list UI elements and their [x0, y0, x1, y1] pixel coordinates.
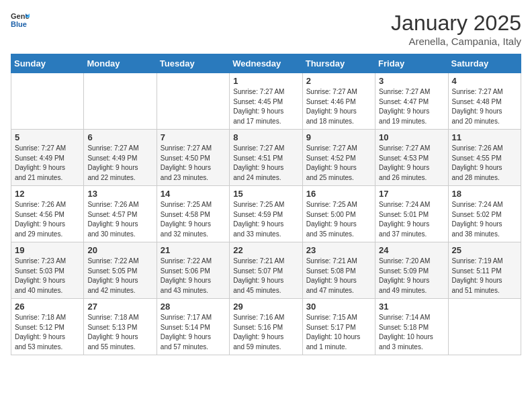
day-number: 10: [379, 132, 444, 142]
day-cell: 1Sunrise: 7:27 AM Sunset: 4:45 PM Daylig…: [230, 73, 302, 130]
day-cell: 7Sunrise: 7:27 AM Sunset: 4:50 PM Daylig…: [157, 130, 229, 186]
day-cell: 22Sunrise: 7:21 AM Sunset: 5:07 PM Dayli…: [230, 242, 302, 299]
day-info: Sunrise: 7:25 AM Sunset: 4:58 PM Dayligh…: [161, 200, 226, 239]
day-cell: 16Sunrise: 7:25 AM Sunset: 5:00 PM Dayli…: [302, 186, 375, 242]
day-info: Sunrise: 7:27 AM Sunset: 4:50 PM Dayligh…: [161, 144, 226, 183]
day-info: Sunrise: 7:26 AM Sunset: 4:55 PM Dayligh…: [452, 144, 517, 183]
day-number: 18: [452, 189, 517, 199]
weekday-header-sunday: Sunday: [11, 54, 84, 73]
day-number: 8: [233, 132, 298, 142]
day-number: 11: [452, 132, 517, 142]
day-info: Sunrise: 7:25 AM Sunset: 4:59 PM Dayligh…: [233, 200, 298, 239]
day-cell: 20Sunrise: 7:22 AM Sunset: 5:05 PM Dayli…: [84, 242, 157, 299]
logo: General Blue: [11, 11, 30, 30]
day-info: Sunrise: 7:18 AM Sunset: 5:12 PM Dayligh…: [15, 313, 80, 352]
day-info: Sunrise: 7:20 AM Sunset: 5:09 PM Dayligh…: [379, 257, 444, 295]
weekday-header-thursday: Thursday: [302, 54, 375, 73]
day-number: 9: [306, 132, 371, 142]
day-number: 31: [379, 302, 444, 312]
day-number: 28: [161, 302, 226, 312]
day-info: Sunrise: 7:27 AM Sunset: 4:46 PM Dayligh…: [306, 87, 371, 126]
day-number: 22: [233, 245, 298, 255]
day-info: Sunrise: 7:15 AM Sunset: 5:17 PM Dayligh…: [306, 313, 371, 352]
day-info: Sunrise: 7:27 AM Sunset: 4:49 PM Dayligh…: [15, 144, 80, 183]
day-number: 4: [452, 76, 517, 86]
day-number: 30: [306, 302, 371, 312]
day-cell: 10Sunrise: 7:27 AM Sunset: 4:53 PM Dayli…: [375, 130, 448, 186]
day-number: 21: [161, 245, 226, 255]
day-cell: 29Sunrise: 7:16 AM Sunset: 5:16 PM Dayli…: [230, 299, 302, 355]
weekday-header-row: SundayMondayTuesdayWednesdayThursdayFrid…: [11, 54, 521, 73]
day-info: Sunrise: 7:27 AM Sunset: 4:48 PM Dayligh…: [452, 87, 517, 126]
day-info: Sunrise: 7:14 AM Sunset: 5:18 PM Dayligh…: [379, 313, 444, 352]
weekday-header-monday: Monday: [84, 54, 157, 73]
day-cell: 19Sunrise: 7:23 AM Sunset: 5:03 PM Dayli…: [11, 242, 84, 299]
day-cell: 9Sunrise: 7:27 AM Sunset: 4:52 PM Daylig…: [302, 130, 375, 186]
day-cell: 18Sunrise: 7:24 AM Sunset: 5:02 PM Dayli…: [448, 186, 521, 242]
day-number: 14: [161, 189, 226, 199]
day-cell: 24Sunrise: 7:20 AM Sunset: 5:09 PM Dayli…: [375, 242, 448, 299]
week-row-5: 26Sunrise: 7:18 AM Sunset: 5:12 PM Dayli…: [11, 299, 521, 355]
day-number: 7: [161, 132, 226, 142]
day-info: Sunrise: 7:22 AM Sunset: 5:05 PM Dayligh…: [87, 257, 152, 295]
day-cell: 14Sunrise: 7:25 AM Sunset: 4:58 PM Dayli…: [157, 186, 229, 242]
month-title: January 2025: [391, 11, 521, 36]
day-info: Sunrise: 7:23 AM Sunset: 5:03 PM Dayligh…: [15, 257, 80, 295]
logo-icon: General Blue: [11, 11, 30, 30]
day-number: 6: [87, 132, 152, 142]
day-number: 19: [15, 245, 80, 255]
day-cell: 17Sunrise: 7:24 AM Sunset: 5:01 PM Dayli…: [375, 186, 448, 242]
calendar-table: SundayMondayTuesdayWednesdayThursdayFrid…: [11, 54, 521, 355]
day-cell: 27Sunrise: 7:18 AM Sunset: 5:13 PM Dayli…: [84, 299, 157, 355]
day-info: Sunrise: 7:17 AM Sunset: 5:14 PM Dayligh…: [161, 313, 226, 352]
day-cell: 13Sunrise: 7:26 AM Sunset: 4:57 PM Dayli…: [84, 186, 157, 242]
day-cell: 31Sunrise: 7:14 AM Sunset: 5:18 PM Dayli…: [375, 299, 448, 355]
day-info: Sunrise: 7:19 AM Sunset: 5:11 PM Dayligh…: [452, 257, 517, 295]
day-number: 29: [233, 302, 298, 312]
day-cell: 2Sunrise: 7:27 AM Sunset: 4:46 PM Daylig…: [302, 73, 375, 130]
week-row-3: 12Sunrise: 7:26 AM Sunset: 4:56 PM Dayli…: [11, 186, 521, 242]
day-cell: 8Sunrise: 7:27 AM Sunset: 4:51 PM Daylig…: [230, 130, 302, 186]
day-info: Sunrise: 7:27 AM Sunset: 4:53 PM Dayligh…: [379, 144, 444, 183]
svg-text:Blue: Blue: [11, 20, 27, 28]
weekday-header-friday: Friday: [375, 54, 448, 73]
day-info: Sunrise: 7:26 AM Sunset: 4:57 PM Dayligh…: [87, 200, 152, 239]
day-info: Sunrise: 7:27 AM Sunset: 4:47 PM Dayligh…: [379, 87, 444, 126]
day-cell: 3Sunrise: 7:27 AM Sunset: 4:47 PM Daylig…: [375, 73, 448, 130]
day-cell: 12Sunrise: 7:26 AM Sunset: 4:56 PM Dayli…: [11, 186, 84, 242]
day-number: 3: [379, 76, 444, 86]
day-cell: 11Sunrise: 7:26 AM Sunset: 4:55 PM Dayli…: [448, 130, 521, 186]
day-number: 13: [87, 189, 152, 199]
day-number: 20: [87, 245, 152, 255]
day-info: Sunrise: 7:25 AM Sunset: 5:00 PM Dayligh…: [306, 200, 371, 239]
day-cell: [11, 73, 84, 130]
weekday-header-saturday: Saturday: [448, 54, 521, 73]
day-info: Sunrise: 7:27 AM Sunset: 4:51 PM Dayligh…: [233, 144, 298, 183]
weekday-header-tuesday: Tuesday: [157, 54, 229, 73]
day-info: Sunrise: 7:26 AM Sunset: 4:56 PM Dayligh…: [15, 200, 80, 239]
day-number: 24: [379, 245, 444, 255]
day-cell: 30Sunrise: 7:15 AM Sunset: 5:17 PM Dayli…: [302, 299, 375, 355]
day-cell: 21Sunrise: 7:22 AM Sunset: 5:06 PM Dayli…: [157, 242, 229, 299]
day-cell: [157, 73, 229, 130]
week-row-4: 19Sunrise: 7:23 AM Sunset: 5:03 PM Dayli…: [11, 242, 521, 299]
day-number: 5: [15, 132, 80, 142]
day-cell: [84, 73, 157, 130]
day-number: 1: [233, 76, 298, 86]
day-info: Sunrise: 7:18 AM Sunset: 5:13 PM Dayligh…: [87, 313, 152, 352]
day-number: 2: [306, 76, 371, 86]
day-info: Sunrise: 7:27 AM Sunset: 4:45 PM Dayligh…: [233, 87, 298, 126]
day-cell: 5Sunrise: 7:27 AM Sunset: 4:49 PM Daylig…: [11, 130, 84, 186]
day-cell: 4Sunrise: 7:27 AM Sunset: 4:48 PM Daylig…: [448, 73, 521, 130]
week-row-1: 1Sunrise: 7:27 AM Sunset: 4:45 PM Daylig…: [11, 73, 521, 130]
day-cell: 15Sunrise: 7:25 AM Sunset: 4:59 PM Dayli…: [230, 186, 302, 242]
weekday-header-wednesday: Wednesday: [230, 54, 302, 73]
day-info: Sunrise: 7:21 AM Sunset: 5:07 PM Dayligh…: [233, 257, 298, 295]
day-cell: [448, 299, 521, 355]
day-info: Sunrise: 7:27 AM Sunset: 4:49 PM Dayligh…: [87, 144, 152, 183]
location-title: Arenella, Campania, Italy: [391, 36, 521, 47]
title-block: January 2025 Arenella, Campania, Italy: [391, 11, 521, 47]
day-info: Sunrise: 7:22 AM Sunset: 5:06 PM Dayligh…: [161, 257, 226, 295]
day-number: 25: [452, 245, 517, 255]
day-info: Sunrise: 7:27 AM Sunset: 4:52 PM Dayligh…: [306, 144, 371, 183]
